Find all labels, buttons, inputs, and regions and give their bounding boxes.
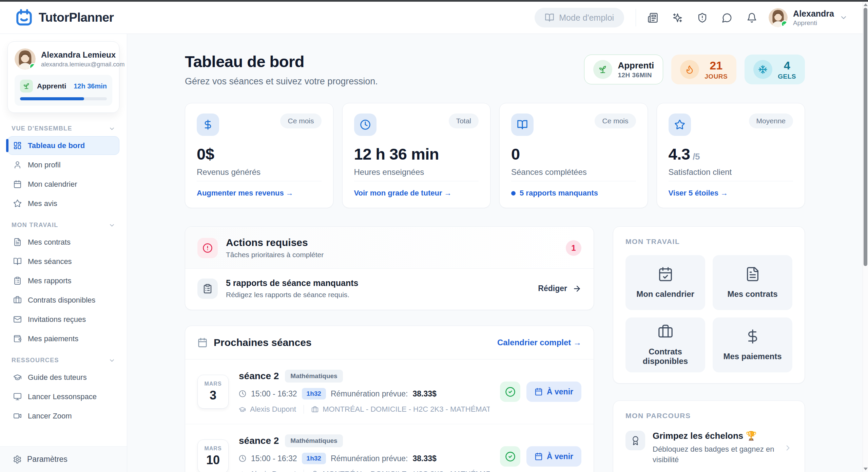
chevron-down-icon: [109, 357, 115, 364]
session-location: MONTRÉAL - DOMICILE - H2C 2K3 - MATHÉMAT…: [323, 405, 490, 414]
required-actions-card: Actions requises Tâches prioritaires à c…: [185, 226, 594, 310]
guide-button-label: Mode d'emploi: [559, 13, 614, 23]
page-title: Tableau de bord: [185, 52, 378, 71]
full-calendar-link[interactable]: Calendrier complet →: [497, 338, 581, 347]
level-progress-bar: [20, 97, 107, 100]
sidebar-item-invitations[interactable]: Invitations reçues: [7, 310, 119, 329]
streak-chip: 21 JOURS: [671, 55, 736, 84]
calendar-icon: [13, 180, 22, 188]
sparkles-icon: [672, 13, 683, 23]
sidebar-item-calendar[interactable]: Mon calendrier: [7, 175, 119, 193]
journey-item-badges[interactable]: Grimpez les échelons 🏆 Débloquez des bad…: [625, 431, 792, 465]
user-menu[interactable]: Alexandra Apprenti: [769, 8, 848, 27]
level-chip: Apprenti 12H 36MIN: [584, 55, 663, 84]
sidebar-item-profile[interactable]: Mon profil: [7, 156, 119, 174]
level-progress-fill: [20, 97, 84, 100]
action-item-title: 5 rapports de séance manquants: [226, 278, 358, 288]
sidebar-item-zoom[interactable]: Lancer Zoom: [7, 407, 119, 425]
five-stars-link[interactable]: Viser 5 étoiles →: [669, 189, 728, 198]
sidebar-item-dashboard[interactable]: Tableau de bord: [7, 136, 119, 155]
quick-action-available-contracts[interactable]: Contrats disponibles: [625, 317, 705, 372]
stat-card-hours: Total 12 h 36 min Heures enseignées Voir…: [342, 103, 491, 208]
app-header: TutorPlanner Mode d'emploi Alexandra App…: [0, 2, 863, 34]
bell-icon: [747, 13, 757, 23]
section-title-work[interactable]: MON TRAVAIL: [12, 222, 115, 229]
dashboard-icon: [13, 141, 22, 150]
gear-icon: [13, 455, 22, 464]
vertical-divider: [304, 470, 304, 472]
streak-value: 21: [710, 59, 722, 72]
streak-label: JOURS: [705, 73, 728, 80]
stat-value-suffix: /5: [693, 151, 700, 162]
news-button[interactable]: [648, 13, 658, 23]
sidebar-item-payments[interactable]: Mes paiements: [7, 329, 119, 348]
bullet-dot-icon: [511, 191, 516, 196]
session-status-badge[interactable]: À venir: [526, 382, 581, 402]
sidebar-item-available-contracts[interactable]: Contrats disponibles: [7, 291, 119, 309]
section-title-overview[interactable]: VUE D'ENSEMBLE: [12, 125, 115, 132]
profile-card: Alexandra Lemieux alexandra.lemieux@gmai…: [7, 41, 119, 113]
messages-button[interactable]: [722, 13, 732, 23]
increase-revenue-link[interactable]: Augmenter mes revenus →: [197, 189, 293, 198]
main-content: Tableau de bord Gérez vos séances et sui…: [127, 34, 863, 472]
vertical-divider: [304, 405, 304, 414]
scrollbar-down-arrow-icon[interactable]: [864, 468, 868, 470]
action-item-missing-reports: 5 rapports de séance manquants Rédigez l…: [185, 269, 594, 310]
alert-circle-icon: [197, 238, 218, 258]
sidebar-item-lessonspace[interactable]: Lancer Lessonspace: [7, 387, 119, 406]
flame-icon: [680, 60, 699, 79]
clipboard-icon: [13, 276, 22, 285]
sidebar-item-reports[interactable]: Mes rapports: [7, 271, 119, 290]
guide-button[interactable]: Mode d'emploi: [535, 8, 624, 27]
actions-title: Actions requises: [226, 237, 324, 248]
session-subject-badge: Mathématiques: [285, 434, 343, 447]
section-title-resources[interactable]: RESSOURCES: [12, 357, 115, 364]
stat-value: 12 h 36 min: [354, 145, 479, 163]
quick-action-calendar[interactable]: Mon calendrier: [625, 255, 705, 310]
chevron-down-icon: [840, 14, 848, 22]
session-date-box: MARS 10: [197, 439, 229, 472]
level-hours: 12h 36min: [74, 82, 107, 90]
session-title: séance 2: [239, 435, 279, 446]
sidebar-item-tutor-guide[interactable]: Guide des tuteurs: [7, 368, 119, 387]
session-pay-label: Rémunération prévue:: [331, 389, 408, 398]
sidebar-item-sessions[interactable]: Mes séances: [7, 252, 119, 271]
actions-subtitle: Tâches prioritaires à compléter: [226, 251, 324, 259]
book-open-icon: [545, 13, 554, 22]
sidebar-item-contracts[interactable]: Mes contrats: [7, 233, 119, 251]
star-icon: [13, 199, 22, 208]
session-pay: 38.33$: [412, 454, 436, 463]
session-status-badge[interactable]: À venir: [526, 446, 581, 467]
quick-action-contracts[interactable]: Mes contrats: [713, 255, 792, 310]
confirm-session-button[interactable]: [500, 446, 520, 467]
window-scrollbar[interactable]: [863, 2, 868, 472]
tutor-grade-link[interactable]: Voir mon grade de tuteur →: [354, 189, 452, 198]
stat-card-revenue: Ce mois 0$ Revenus générés Augmenter mes…: [185, 103, 333, 208]
scrollbar-up-arrow-icon[interactable]: [864, 3, 868, 6]
briefcase-icon: [658, 324, 673, 340]
action-item-subtitle: Rédigez les rapports de séance requis.: [226, 291, 358, 299]
calendar-icon: [535, 388, 543, 396]
graduation-cap-icon: [239, 406, 246, 413]
sparkles-button[interactable]: [672, 13, 683, 23]
profile-email: alexandra.lemieux@gmail.com: [41, 61, 124, 68]
my-work-title: MON TRAVAIL: [625, 238, 792, 246]
stat-period-badge: Ce mois: [280, 114, 321, 128]
missing-reports-link[interactable]: 5 rapports manquants: [520, 189, 598, 198]
session-duration-badge: 1h32: [302, 388, 326, 399]
brand-logo[interactable]: TutorPlanner: [15, 8, 114, 27]
settings-button[interactable]: Paramètres: [0, 446, 127, 472]
sidebar-item-reviews[interactable]: Mes avis: [7, 194, 119, 213]
quick-action-payments[interactable]: Mes paiements: [713, 317, 792, 372]
stat-card-satisfaction: Moyenne 4.3/5 Satisfaction client Viser …: [657, 103, 805, 208]
shield-alert-icon: [697, 13, 708, 23]
write-reports-button[interactable]: Rédiger: [538, 284, 581, 293]
profile-name: Alexandra Lemieux: [41, 50, 124, 60]
profile-verified-badge-icon: [29, 63, 36, 69]
alerts-button[interactable]: [697, 13, 708, 23]
confirm-session-button[interactable]: [500, 382, 520, 402]
notifications-button[interactable]: [747, 13, 757, 23]
stat-card-sessions: Ce mois 0 Séances complétées 5 rapports …: [499, 103, 648, 208]
scrollbar-thumb[interactable]: [864, 8, 867, 266]
clock-icon: [239, 455, 246, 462]
